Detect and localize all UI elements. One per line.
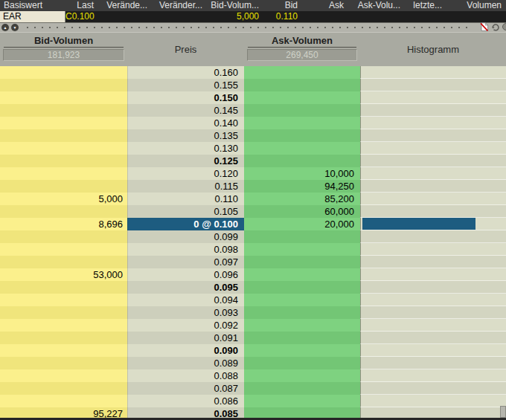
ask-volume-cell[interactable]: 20,000 (244, 218, 360, 230)
rotate-icon[interactable] (490, 21, 500, 34)
price-cell[interactable]: 0.099 (127, 230, 244, 243)
bid-volume-cell[interactable] (0, 91, 127, 104)
column-header-last[interactable]: Last (65, 0, 98, 11)
ask-volume-cell[interactable] (244, 332, 360, 344)
ask-volume-cell[interactable] (244, 395, 360, 407)
bid-volume-cell[interactable] (0, 205, 127, 218)
price-cell[interactable]: 0.110 (127, 193, 244, 205)
bid-volume-cell[interactable] (0, 306, 127, 319)
ask-volume-cell[interactable] (244, 306, 360, 319)
price-cell[interactable]: 0.087 (127, 382, 244, 395)
price-cell[interactable]: 0.090 (127, 344, 244, 357)
bid-volume-cell[interactable]: 53,000 (0, 268, 127, 281)
price-cell[interactable]: 0.096 (127, 268, 244, 281)
ask-volume-cell[interactable] (244, 66, 360, 79)
ask-volume-cell[interactable] (244, 79, 360, 91)
price-cell[interactable]: 0.088 (127, 369, 244, 382)
price-cell[interactable]: 0.135 (127, 129, 244, 142)
price-cell[interactable]: 0 @ 0.100 (127, 218, 244, 230)
price-cell[interactable]: 0.092 (127, 319, 244, 332)
bid-volume-cell[interactable] (0, 129, 127, 142)
bid-volume-cell[interactable] (0, 104, 127, 117)
column-header-basiswert[interactable]: Basiswert (0, 0, 65, 11)
bid-volume-column-header[interactable]: Bid-Volumen 181,923 (0, 33, 127, 66)
ask-volume-cell[interactable] (244, 129, 360, 142)
ask-volume-cell[interactable]: 94,250 (244, 180, 360, 193)
collapse-up-button[interactable]: ▲ (1, 24, 9, 31)
price-cell[interactable]: 0.105 (127, 205, 244, 218)
bid-volume-cell[interactable] (0, 230, 127, 243)
ask-volume-cell[interactable] (244, 294, 360, 306)
document-slash-icon[interactable] (480, 21, 489, 34)
ask-volume-cell[interactable]: 60,000 (244, 205, 360, 218)
ask-volume-cell[interactable]: 85,200 (244, 193, 360, 205)
ask-volume-cell[interactable]: 10,000 (244, 167, 360, 180)
price-cell[interactable]: 0.140 (127, 117, 244, 129)
ask-volume-cell[interactable] (244, 155, 360, 167)
quote-value-row[interactable]: EAR C0.100 5,000 0.110 (0, 11, 506, 23)
ask-volume-cell[interactable] (244, 91, 360, 104)
price-cell[interactable]: 0.098 (127, 243, 244, 256)
scrollbar-fragment[interactable] (500, 406, 506, 418)
column-header-bid-volumen[interactable]: Bid-Volum... (207, 0, 263, 11)
bid-volume-cell[interactable] (0, 319, 127, 332)
ask-volume-cell[interactable] (244, 319, 360, 332)
price-cell[interactable]: 0.086 (127, 395, 244, 407)
column-header-volumen[interactable]: Volumen (446, 0, 506, 11)
ask-volume-column-header[interactable]: Ask-Volumen 269,450 (244, 33, 360, 66)
price-cell[interactable]: 0.093 (127, 306, 244, 319)
ask-volume-cell[interactable] (244, 104, 360, 117)
price-cell[interactable]: 0.095 (127, 281, 244, 294)
price-cell[interactable]: 0.145 (127, 104, 244, 117)
bid-volume-cell[interactable] (0, 281, 127, 294)
column-header-veraendere-1[interactable]: Verände... (98, 0, 152, 11)
price-cell[interactable]: 0.115 (127, 180, 244, 193)
price-cell[interactable]: 0.125 (127, 155, 244, 167)
bid-volume-cell[interactable] (0, 66, 127, 79)
collapse-down-button[interactable]: ▼ (11, 24, 19, 31)
bid-volume-cell[interactable] (0, 79, 127, 91)
bid-volume-cell[interactable] (0, 117, 127, 129)
price-cell[interactable]: 0.120 (127, 167, 244, 180)
ask-volume-cell[interactable] (244, 230, 360, 243)
ask-volume-cell[interactable] (244, 256, 360, 268)
price-cell[interactable]: 0.094 (127, 294, 244, 306)
bid-volume-cell[interactable] (0, 344, 127, 357)
bid-volume-cell[interactable] (0, 256, 127, 268)
bid-volume-cell[interactable]: 5,000 (0, 193, 127, 205)
column-header-ask-volumen[interactable]: Ask-Volu... (348, 0, 405, 11)
ask-volume-cell[interactable] (244, 243, 360, 256)
bid-volume-cell[interactable] (0, 357, 127, 369)
ask-volume-cell[interactable] (244, 142, 360, 155)
bid-volume-cell[interactable] (0, 155, 127, 167)
price-cell[interactable]: 0.160 (127, 66, 244, 79)
column-header-letzte[interactable]: letzte... (405, 0, 446, 11)
bid-volume-cell[interactable] (0, 395, 127, 407)
price-cell[interactable]: 0.155 (127, 79, 244, 91)
ask-volume-cell[interactable] (244, 117, 360, 129)
ask-volume-cell[interactable] (244, 357, 360, 369)
price-column-header[interactable]: Preis (127, 33, 244, 66)
price-cell[interactable]: 0.089 (127, 357, 244, 369)
bid-volume-cell[interactable] (0, 243, 127, 256)
ask-volume-cell[interactable] (244, 268, 360, 281)
ask-volume-cell[interactable] (244, 281, 360, 294)
bid-volume-cell[interactable] (0, 180, 127, 193)
price-cell[interactable]: 0.091 (127, 332, 244, 344)
column-header-veraendere-2[interactable]: Veränder... (152, 0, 207, 11)
ask-volume-cell[interactable] (244, 382, 360, 395)
histogram-column-header[interactable]: Histogramm (360, 33, 506, 66)
bid-volume-cell[interactable]: 8,696 (0, 218, 127, 230)
ask-volume-cell[interactable] (244, 344, 360, 357)
bid-volume-cell[interactable] (0, 294, 127, 306)
bid-volume-cell[interactable] (0, 167, 127, 180)
splitter-bar[interactable]: ▲ ▼ (0, 23, 506, 33)
column-header-ask[interactable]: Ask (302, 0, 348, 11)
bid-volume-cell[interactable] (0, 369, 127, 382)
bid-volume-cell[interactable] (0, 332, 127, 344)
bid-volume-cell[interactable] (0, 382, 127, 395)
price-cell[interactable]: 0.150 (127, 91, 244, 104)
clipped-icon[interactable] (502, 21, 506, 34)
column-header-bid[interactable]: Bid (263, 0, 302, 11)
price-cell[interactable]: 0.130 (127, 142, 244, 155)
